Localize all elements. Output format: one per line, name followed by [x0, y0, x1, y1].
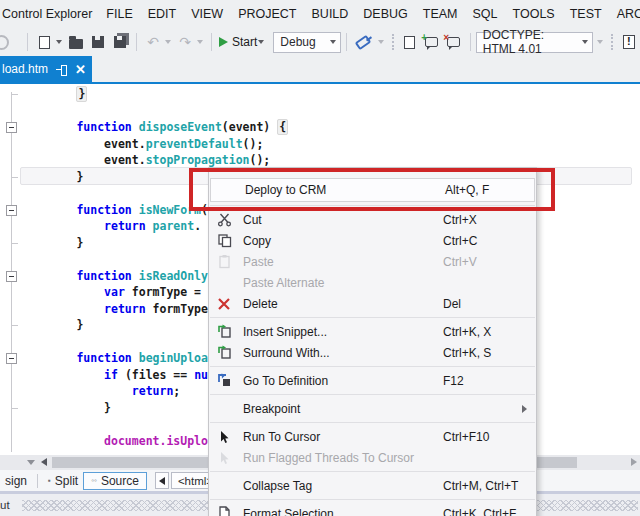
menubar-item-tools[interactable]: TOOLS: [512, 5, 556, 23]
menu-item-label: Go To Definition: [243, 374, 328, 388]
context-menu-item-format-selection[interactable]: Format SelectionCtrl+K, Ctrl+F: [209, 503, 536, 516]
toolbar-separator: [470, 33, 471, 51]
context-menu-item-copy[interactable]: CopyCtrl+C: [209, 230, 536, 251]
context-menu-item-insert-snippet[interactable]: Insert Snippet...Ctrl+K, X: [209, 321, 536, 342]
menu-item-shortcut: F12: [443, 374, 464, 388]
menubar-item-edit[interactable]: EDIT: [147, 5, 177, 23]
code-line: event.preventDefault();: [21, 136, 263, 153]
fold-collapse-icon[interactable]: [6, 205, 17, 216]
toolbar-drag-handle[interactable]: [611, 34, 613, 50]
toolbar-separator: [211, 33, 212, 51]
menubar-item-view[interactable]: VIEW: [190, 5, 224, 23]
pin-icon[interactable]: [56, 64, 67, 75]
source-view-button[interactable]: ◦◦ Source: [83, 472, 147, 490]
save-icon[interactable]: [89, 33, 107, 51]
menu-separator: [210, 366, 535, 367]
toolbar-overflow-icon[interactable]: [597, 40, 603, 44]
menu-item-shortcut: Ctrl+K, Ctrl+F: [443, 507, 516, 516]
tab-title: load.htm: [2, 62, 48, 76]
add-comment-icon[interactable]: +: [423, 33, 441, 51]
tag-navigate-back-button[interactable]: [155, 472, 169, 489]
code-line: }: [21, 235, 83, 252]
chevron-down-icon: [582, 40, 588, 44]
menu-item-label: Paste Alternate: [243, 276, 324, 290]
menubar-item-project[interactable]: PROJECT: [237, 5, 297, 23]
undo-icon[interactable]: ↶: [144, 33, 162, 51]
context-menu-item-delete[interactable]: DeleteDel: [209, 293, 536, 314]
context-menu-item-breakpoint[interactable]: Breakpoint: [209, 398, 536, 419]
menu-item-label: Insert Snippet...: [243, 325, 327, 339]
fold-end-tick: [12, 325, 18, 326]
context-menu-item-paste-alternate[interactable]: Paste Alternate: [209, 272, 536, 293]
build-config-value: Debug: [280, 35, 315, 49]
menu-item-shortcut: Ctrl+C: [443, 234, 477, 248]
scroll-left-icon[interactable]: [41, 458, 47, 466]
menubar-items: FILEEDITVIEWPROJECTBUILDDEBUGTEAMSQLTOOL…: [105, 5, 640, 23]
scroll-right-icon[interactable]: [631, 458, 637, 466]
code-line: function beginUpload(: [21, 350, 222, 367]
menu-item-label: Run To Cursor: [243, 430, 320, 444]
save-all-icon[interactable]: [111, 33, 129, 51]
tab-strip: load.htm ✕: [0, 56, 640, 82]
fold-end-tick: [12, 243, 18, 244]
navigate-back-icon[interactable]: [2, 33, 20, 51]
code-line: return parent.: [21, 218, 201, 235]
split-view-button[interactable]: ▪ Split: [43, 473, 83, 489]
toolbar-separator: [136, 33, 137, 51]
new-item-dropdown-icon[interactable]: [56, 40, 62, 44]
split-view-icon: ▪: [48, 477, 51, 485]
context-menu-item-run-flagged-threads-to-cursor[interactable]: Run Flagged Threads To Cursor: [209, 447, 536, 468]
tab-load-htm[interactable]: load.htm ✕: [0, 56, 92, 82]
context-menu-item-collapse-tag[interactable]: Collapse TagCtrl+M, Ctrl+T: [209, 475, 536, 496]
menubar-item-debug[interactable]: DEBUG: [362, 5, 408, 23]
toolbar-overflow-icon[interactable]: [378, 40, 384, 44]
menubar-item-build[interactable]: BUILD: [311, 5, 350, 23]
code-line: function disposeEvent(event) {: [21, 119, 288, 136]
menu-item-label: Breakpoint: [243, 402, 300, 416]
redo-icon[interactable]: ↷: [176, 33, 194, 51]
new-item-icon[interactable]: [35, 33, 53, 51]
code-line: return;: [21, 383, 180, 400]
format-selection-icon: [213, 505, 235, 516]
menubar-item-sql[interactable]: SQL: [472, 5, 499, 23]
undo-dropdown-icon[interactable]: [165, 40, 171, 44]
fold-collapse-icon[interactable]: [6, 122, 17, 133]
toolbar-separator: [346, 33, 347, 51]
start-button[interactable]: Start: [232, 35, 257, 49]
fold-collapse-icon[interactable]: [6, 353, 17, 364]
menubar-item-test[interactable]: TEST: [569, 5, 603, 23]
start-dropdown-icon[interactable]: [258, 40, 264, 44]
remove-comment-icon[interactable]: ×: [445, 33, 463, 51]
close-icon[interactable]: ✕: [75, 63, 86, 76]
doctype-combobox[interactable]: DOCTYPE: HTML 4.01: [476, 32, 593, 53]
context-menu-item-cut[interactable]: CutCtrl+X: [209, 209, 536, 230]
code-line: }: [21, 317, 83, 334]
context-menu-item-go-to-definition[interactable]: Go To DefinitionF12: [209, 370, 536, 391]
menu-item-label: Surround With...: [243, 346, 330, 360]
run-to-cursor-icon: [213, 428, 235, 446]
menu-item-label: Cut: [243, 213, 262, 227]
menubar-item-architect[interactable]: ARCHITECT: [616, 5, 640, 23]
design-view-button[interactable]: sign: [0, 473, 32, 489]
scrollbar-options-icon[interactable]: [27, 460, 35, 465]
find-in-files-icon[interactable]: [354, 33, 372, 51]
menu-separator: [210, 394, 535, 395]
fold-collapse-icon[interactable]: [6, 271, 17, 282]
menu-item-shortcut: Del: [443, 297, 461, 311]
code-line: return formType: [21, 301, 208, 318]
start-debug-icon[interactable]: [219, 37, 228, 47]
open-file-icon[interactable]: [67, 33, 85, 51]
context-menu-item-paste[interactable]: PasteCtrl+V: [209, 251, 536, 272]
menu-item-label: Run Flagged Threads To Cursor: [243, 451, 414, 465]
menu-item-shortcut: Ctrl+X: [443, 213, 477, 227]
context-menu-item-run-to-cursor[interactable]: Run To CursorCtrl+F10: [209, 426, 536, 447]
menubar-item-file[interactable]: FILE: [105, 5, 133, 23]
document-icon[interactable]: [401, 33, 419, 51]
context-menu-item-surround-with[interactable]: Surround With...Ctrl+K, S: [209, 342, 536, 363]
code-line: function isReadOnly() {: [21, 268, 236, 285]
toolbar-drag-handle[interactable]: [392, 34, 394, 50]
validate-document-icon[interactable]: [620, 33, 638, 51]
redo-dropdown-icon[interactable]: [197, 40, 203, 44]
build-config-combobox[interactable]: Debug: [273, 32, 340, 53]
menubar-item-team[interactable]: TEAM: [422, 5, 459, 23]
